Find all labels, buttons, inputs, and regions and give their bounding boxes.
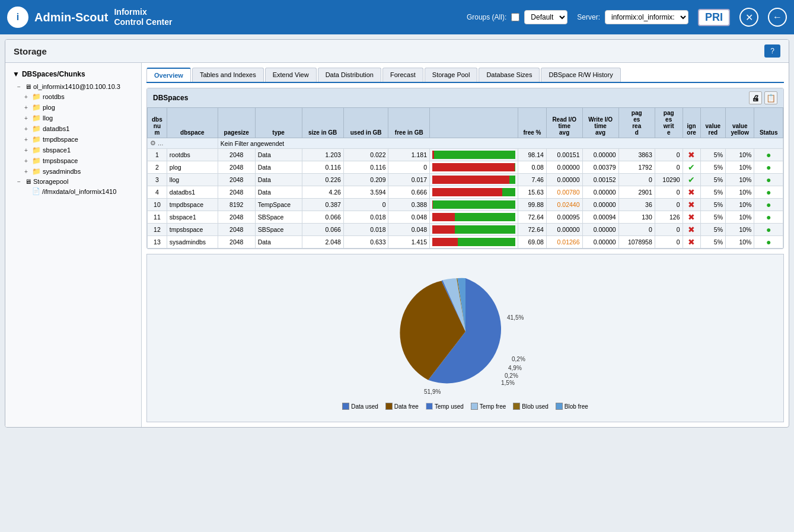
folder-icon: 📁 — [32, 146, 41, 154]
sidebar-item-datadbs1[interactable]: + 📁 datadbs1 — [8, 123, 139, 134]
cell-type: Data — [255, 174, 302, 186]
export-icon[interactable]: 📋 — [764, 91, 777, 104]
print-icon[interactable]: 🖨 — [749, 91, 762, 104]
col-pwrite: pageswrite — [655, 108, 683, 138]
server-select[interactable]: informix:ol_informix: — [605, 10, 688, 24]
tab-overview[interactable]: Overview — [146, 68, 191, 82]
folder-icon: 📁 — [32, 125, 41, 133]
ignore-x-icon: ✖ — [688, 187, 695, 197]
cell-ignore: ✖ — [683, 186, 700, 199]
legend-temp-used: Temp used — [426, 403, 464, 410]
cell-pread: 0 — [618, 174, 655, 186]
tab-extend-view[interactable]: Extend View — [265, 68, 317, 82]
sidebar-item-sysadmindbs[interactable]: + 📁 sysadmindbs — [8, 166, 139, 177]
cell-num: 12 — [148, 224, 167, 236]
brand: i Admin-Scout Informix Control Center — [7, 7, 172, 28]
sidebar-item-storagepool[interactable]: − 🖥 Storagepool — [8, 177, 139, 186]
status-green-icon: ● — [766, 200, 771, 209]
cell-read-io: 0.00780 — [546, 186, 582, 199]
cell-free-pct: 15.63 — [518, 186, 547, 199]
tab-database-sizes[interactable]: Database Sizes — [479, 68, 540, 82]
groups-select[interactable]: Default — [524, 10, 567, 24]
cell-read-io: 0.01266 — [546, 236, 582, 249]
label-temp-free2: 4,9% — [508, 365, 522, 371]
ignore-x-icon: ✖ — [688, 225, 695, 234]
cell-val-red: 5% — [700, 236, 725, 249]
dbspaces-icons: 🖨 📋 — [749, 91, 777, 104]
storage-header: Storage ? — [5, 40, 789, 63]
cell-dbspace: llog — [167, 174, 218, 186]
sidebar-item-sbspace1[interactable]: + 📁 sbspace1 — [8, 145, 139, 155]
tab-forecast[interactable]: Forecast — [382, 68, 423, 82]
dbspaces-section: DBSpaces 🖨 📋 dbsnum dbspace — [146, 88, 784, 249]
cell-free-pct: 0.08 — [518, 161, 547, 174]
cell-num: 3 — [148, 174, 167, 186]
cell-bar — [430, 199, 518, 211]
cell-used: 0.018 — [343, 224, 388, 236]
ignore-x-icon: ✖ — [688, 237, 695, 247]
cell-type: TempSpace — [255, 199, 302, 211]
tab-dbspace-rw-history[interactable]: DBSpace R/W History — [541, 68, 620, 82]
sidebar-item-tmpsbspace[interactable]: + 📁 tmpsbspace — [8, 155, 139, 166]
cell-pread: 0 — [618, 224, 655, 236]
cell-bar — [430, 161, 518, 174]
cell-dbspace: tmpsbspace — [167, 224, 218, 236]
sidebar-collapse-icon[interactable]: ▼ — [12, 70, 20, 78]
cell-pwrite: 0 — [655, 161, 683, 174]
legend-color-blob-free — [556, 403, 563, 410]
cell-size: 0.226 — [302, 174, 343, 186]
status-green-icon: ● — [766, 237, 771, 247]
cell-pwrite: 10290 — [655, 174, 683, 186]
status-green-icon: ● — [766, 163, 771, 172]
sidebar-item-llog[interactable]: + 📁 llog — [8, 113, 139, 123]
cell-pwrite: 0 — [655, 149, 683, 161]
ignore-x-icon: ✖ — [688, 150, 695, 160]
dbspaces-table: dbsnum dbspace pagesize type size in GB … — [147, 107, 783, 249]
cell-size: 4.26 — [302, 186, 343, 199]
cell-status: ● — [754, 161, 783, 174]
tab-tables-indexes[interactable]: Tables and Indexes — [192, 68, 264, 82]
col-dbs-num: dbsnum — [148, 108, 167, 138]
tab-data-distribution[interactable]: Data Distribution — [318, 68, 381, 82]
cell-pagesize: 8192 — [218, 199, 255, 211]
cell-val-yellow: 10% — [725, 224, 754, 236]
cell-pwrite: 0 — [655, 236, 683, 249]
sidebar-item-plog[interactable]: + 📁 plog — [8, 102, 139, 113]
cell-val-yellow: 10% — [725, 199, 754, 211]
sidebar-item-tmpdbspace[interactable]: + 📁 tmpdbspace — [8, 134, 139, 145]
status-green-icon: ● — [766, 150, 771, 160]
cell-type: Data — [255, 186, 302, 199]
table-row: 11 sbspace1 2048 SBSpace 0.066 0.018 0.0… — [148, 211, 783, 224]
cell-free: 1.415 — [388, 236, 430, 249]
icc-label: Informix Control Center — [114, 7, 172, 27]
cell-status: ● — [754, 236, 783, 249]
cell-val-yellow: 10% — [725, 161, 754, 174]
ignore-x-icon: ✖ — [688, 212, 695, 222]
sidebar-item-rootdbs[interactable]: + 📁 rootdbs — [8, 91, 139, 102]
cell-read-io: 0.00000 — [546, 161, 582, 174]
icon-btn-2[interactable]: ← — [768, 8, 787, 27]
cell-pagesize: 2048 — [218, 211, 255, 224]
cell-type: SBSpace — [255, 224, 302, 236]
cell-bar — [430, 236, 518, 249]
cell-free-pct: 99.88 — [518, 199, 547, 211]
cell-ignore: ✖ — [683, 149, 700, 161]
label-data-free: 41,5% — [507, 314, 524, 321]
help-button[interactable]: ? — [764, 44, 780, 58]
tab-storage-pool[interactable]: Storage Pool — [425, 68, 478, 82]
sidebar-item-ol-informix[interactable]: − 🖥 ol_informix1410@10.100.10.3 — [8, 82, 139, 91]
db-icon: 🖥 — [25, 83, 31, 90]
col-free-pct: free % — [518, 108, 547, 138]
cell-read-io: 0.02440 — [546, 199, 582, 211]
cell-val-red: 5% — [700, 174, 725, 186]
groups-checkbox[interactable] — [511, 13, 519, 21]
pie-chart: 41,5% 0,2% 4,9% 0,2% 1,5% 51,9% — [371, 266, 560, 397]
sidebar-item-ifmxdata[interactable]: 📄 /ifmxdata/ol_informix1410 — [8, 186, 139, 196]
cell-pwrite: 0 — [655, 199, 683, 211]
col-write-io: Write I/Otimeavg — [582, 108, 618, 138]
icon-btn-1[interactable]: ✕ — [739, 8, 758, 27]
cell-ignore: ✔ — [683, 174, 700, 186]
legend-data-used: Data used — [342, 403, 378, 410]
pri-badge: PRI — [698, 9, 730, 26]
cell-val-red: 5% — [700, 211, 725, 224]
